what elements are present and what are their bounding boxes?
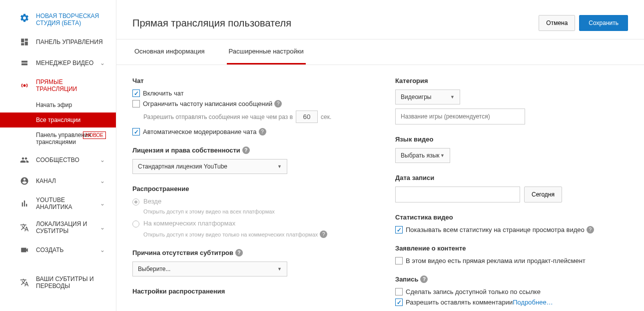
link-only-label: Сделать запись доступной только по ссылк…	[406, 288, 541, 296]
help-icon[interactable]: ?	[274, 100, 282, 108]
sidebar-item-dashboard[interactable]: ПАНЕЛЬ УПРАВЛЕНИЯ	[0, 32, 116, 52]
stats-heading: Статистика видео	[395, 214, 628, 221]
language-heading: Язык видео	[395, 136, 628, 143]
tab-advanced-settings[interactable]: Расширенные настройки	[227, 40, 306, 64]
chevron-down-icon: ⌄	[100, 156, 105, 164]
caret-down-icon: ▼	[440, 153, 445, 158]
auto-moderate-checkbox[interactable]	[132, 128, 140, 136]
save-button[interactable]: Сохранить	[579, 15, 628, 31]
sidebar-item-analytics[interactable]: YOUTUBE АНАЛИТИКА ⌄	[0, 192, 116, 216]
left-column: Чат Включить чат Ограничить частоту напи…	[132, 77, 365, 311]
radio-icon	[132, 198, 139, 206]
content-declaration-checkbox[interactable]	[395, 257, 403, 264]
sidebar-item-channel[interactable]: КАНАЛ ⌄	[0, 170, 116, 192]
game-title-input[interactable]	[395, 108, 525, 124]
enable-chat-checkbox[interactable]	[132, 90, 140, 97]
sidebar-item-video-manager[interactable]: МЕНЕДЖЕР ВИДЕО ⌄	[0, 52, 116, 74]
dist-commercial-radio[interactable]: На коммерческих платформах	[132, 220, 365, 228]
help-icon[interactable]: ?	[242, 146, 250, 154]
sidebar-item-localization[interactable]: ЛОКАЛИЗАЦИЯ И СУБТИТРЫ ⌄	[0, 216, 116, 240]
chevron-down-icon: ⌄	[100, 224, 105, 231]
language-select[interactable]: Выбрать язык ▼	[395, 148, 450, 163]
sidebar-label: СООБЩЕСТВО	[36, 156, 79, 164]
sidebar-sub-all-streams[interactable]: Все трансляции	[0, 112, 116, 128]
allow-comments-label: Разрешить оставлять комментарии	[406, 298, 513, 306]
auto-moderate-label: Автоматическое модерирование чата	[143, 128, 257, 136]
help-icon[interactable]: ?	[235, 249, 243, 256]
sidebar-label: ВАШИ СУБТИТРЫ И ПЕРЕВОДЫ	[36, 276, 105, 290]
distribution-heading: Распространение	[132, 185, 365, 192]
tabs: Основная информация Расширенные настройк…	[116, 40, 644, 65]
learn-more-link[interactable]: Подробнее…	[513, 298, 553, 306]
sidebar-label: ПРЯМЫЕ ТРАНСЛЯЦИИ	[36, 78, 105, 92]
sidebar-item-community[interactable]: СООБЩЕСТВО ⌄	[0, 150, 116, 170]
limit-rate-checkbox[interactable]	[132, 100, 140, 108]
record-date-input[interactable]	[395, 186, 520, 202]
sidebar-label: НОВАЯ ТВОРЧЕСКАЯ СТУДИЯ (БЕТА)	[36, 12, 105, 26]
chevron-down-icon: ⌄	[100, 200, 105, 207]
translate-icon	[19, 222, 30, 233]
svg-point-0	[23, 84, 26, 87]
sidebar-item-captions[interactable]: ВАШИ СУБТИТРЫ И ПЕРЕВОДЫ	[0, 270, 116, 294]
link-only-checkbox[interactable]	[395, 288, 403, 296]
caret-down-icon: ▼	[277, 266, 282, 272]
chevron-down-icon: ⌄	[100, 246, 105, 254]
help-icon[interactable]: ?	[320, 230, 327, 238]
sidebar-item-studio-beta[interactable]: НОВАЯ ТВОРЧЕСКАЯ СТУДИЯ (БЕТА)	[0, 8, 116, 32]
chevron-down-icon: ⌄	[100, 60, 105, 66]
video-manager-icon	[19, 58, 30, 68]
caret-down-icon: ▼	[450, 94, 455, 100]
sidebar-label: КАНАЛ	[36, 178, 56, 184]
dist-everywhere-radio[interactable]: Везде	[132, 198, 365, 206]
record-date-heading: Дата записи	[395, 174, 628, 182]
stats-public-label: Показывать всем статистику на странице п…	[406, 226, 585, 234]
help-icon[interactable]: ?	[420, 276, 428, 283]
sidebar-label: ЛОКАЛИЗАЦИЯ И СУБТИТРЫ	[36, 220, 100, 234]
limit-rate-label: Ограничить частоту написания сообщений	[143, 100, 272, 108]
radio-icon	[132, 220, 139, 228]
rate-input[interactable]	[296, 110, 318, 123]
dist-commercial-desc: Открыть доступ к этому видео только на к…	[143, 230, 365, 238]
sidebar: НОВАЯ ТВОРЧЕСКАЯ СТУДИЯ (БЕТА) ПАНЕЛЬ УП…	[0, 0, 116, 311]
sidebar-item-create[interactable]: СОЗДАТЬ ⌄	[0, 240, 116, 260]
today-button[interactable]: Сегодня	[524, 186, 562, 202]
sidebar-item-live[interactable]: ПРЯМЫЕ ТРАНСЛЯЦИИ	[0, 74, 116, 98]
sidebar-sub-stream-panel[interactable]: Панель управления трансляциями НОВОЕ	[0, 128, 116, 150]
channel-icon	[19, 176, 30, 186]
stats-public-checkbox[interactable]	[395, 226, 403, 234]
captions-icon	[19, 277, 30, 288]
help-icon[interactable]: ?	[259, 128, 266, 136]
caption-reason-select[interactable]: Выберите... ▼	[132, 262, 287, 276]
gear-icon	[19, 12, 30, 24]
license-select[interactable]: Стандартная лицензия YouTube ▼	[132, 159, 287, 174]
right-column: Категория Видеоигры ▼ Язык видео Выбрать…	[395, 77, 628, 311]
content-declaration-heading: Заявление о контенте	[395, 244, 628, 252]
license-heading: Лицензия и права собственности ?	[132, 146, 365, 154]
caret-down-icon: ▼	[277, 164, 282, 169]
chat-heading: Чат	[132, 77, 365, 84]
sidebar-sub-start-stream[interactable]: Начать эфир	[0, 98, 116, 112]
sidebar-label: ПАНЕЛЬ УПРАВЛЕНИЯ	[36, 38, 103, 46]
recording-heading: Запись ?	[395, 276, 628, 283]
main-content: Прямая трансляция пользователя Отмена Со…	[116, 0, 644, 311]
caption-reason-heading: Причина отсутствия субтитров ?	[132, 249, 365, 256]
tab-basic-info[interactable]: Основная информация	[132, 40, 207, 64]
dist-settings-heading: Настройки распространения	[132, 288, 365, 295]
category-heading: Категория	[395, 77, 628, 84]
cancel-button[interactable]: Отмена	[539, 15, 575, 31]
dashboard-icon	[19, 36, 30, 48]
new-badge: НОВОЕ	[83, 132, 106, 139]
create-icon	[19, 244, 30, 256]
chevron-down-icon: ⌄	[100, 178, 105, 184]
category-select[interactable]: Видеоигры ▼	[395, 90, 460, 104]
live-icon	[19, 80, 30, 91]
sidebar-label: YOUTUBE АНАЛИТИКА	[36, 196, 100, 210]
community-icon	[19, 154, 30, 166]
dist-everywhere-desc: Открыть доступ к этому видео на всех пла…	[143, 208, 365, 214]
help-icon[interactable]: ?	[587, 226, 594, 234]
page-title: Прямая трансляция пользователя	[132, 18, 539, 29]
analytics-icon	[19, 198, 30, 209]
enable-chat-label: Включить чат	[143, 90, 184, 97]
allow-comments-checkbox[interactable]	[395, 298, 403, 306]
content-declaration-label: В этом видео есть прямая реклама или про…	[406, 257, 586, 264]
